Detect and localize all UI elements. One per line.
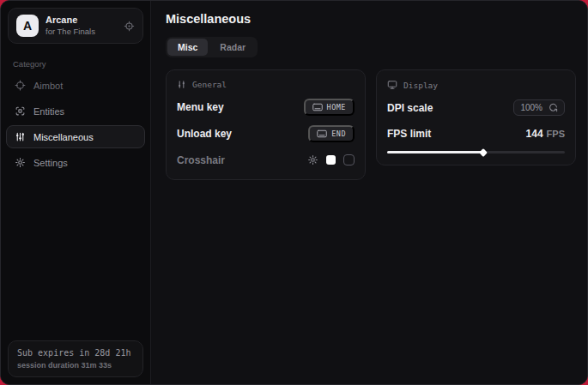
sliders-icon: [15, 131, 26, 142]
dpi-scale-value: 100%: [520, 103, 543, 112]
brand-card: A Arcane for The Finals: [8, 8, 143, 44]
brand-subtitle: for The Finals: [45, 27, 95, 37]
crosshair-color-swatch[interactable]: [326, 155, 336, 165]
fps-limit-slider[interactable]: [387, 151, 565, 153]
app-window: A Arcane for The Finals Category: [0, 0, 588, 385]
tab-misc[interactable]: Misc: [167, 39, 208, 56]
crosshair-row: Crosshair: [177, 152, 355, 168]
dpi-scale-input[interactable]: 100%: [513, 99, 565, 116]
desktop-backdrop: { "colors": { "backdrop_accent": "#c01a3…: [0, 0, 588, 385]
display-card-header: Display: [387, 80, 565, 90]
display-card-title: Display: [403, 81, 438, 90]
general-card-title: General: [192, 80, 227, 89]
settings-cards: General Menu key HOME: [166, 69, 576, 180]
dpi-scale-label: DPI scale: [387, 102, 433, 114]
unload-key-label: Unload key: [177, 128, 232, 140]
sidebar-item-label: Aimbot: [33, 81, 63, 91]
scan-box-icon: [15, 105, 26, 117]
tab-bar: Misc Radar: [166, 37, 258, 57]
monitor-icon: [387, 80, 397, 90]
sidebar: A Arcane for The Finals Category: [1, 1, 151, 384]
fps-limit-unit: FPS: [547, 129, 565, 139]
gear-icon: [15, 157, 26, 168]
fps-limit-row: FPS limit 144 FPS: [387, 125, 565, 141]
general-card: General Menu key HOME: [166, 69, 366, 180]
display-card: Display DPI scale 100%: [376, 69, 576, 165]
keyboard-icon: [317, 129, 327, 138]
unload-key-value: END: [331, 129, 346, 138]
general-card-header: General: [177, 80, 355, 89]
menu-key-label: Menu key: [177, 101, 224, 113]
category-label: Category: [13, 59, 138, 69]
fps-slider-thumb[interactable]: [479, 148, 488, 157]
session-duration-text: session duration 31m 33s: [17, 361, 134, 370]
sidebar-item-label: Entities: [33, 106, 64, 117]
sidebar-item-label: Miscellaneous: [33, 132, 94, 142]
brand-logo: A: [16, 15, 39, 37]
brand-text: Arcane for The Finals: [45, 15, 95, 37]
crosshair-settings-gear-icon[interactable]: [307, 154, 318, 165]
sub-expires-text: Sub expires in 28d 21h: [17, 348, 134, 358]
brand-title: Arcane: [45, 15, 95, 27]
fps-slider-fill: [387, 151, 483, 153]
crosshair-label: Crosshair: [177, 154, 225, 166]
fps-limit-label: FPS limit: [387, 128, 431, 140]
dpi-reset-icon[interactable]: [549, 103, 558, 112]
crosshair-enable-checkbox[interactable]: [343, 154, 355, 165]
sidebar-item-entities[interactable]: Entities: [6, 99, 145, 123]
sidebar-item-miscellaneous[interactable]: Miscellaneous: [6, 125, 145, 148]
dpi-scale-row: DPI scale 100%: [387, 99, 565, 116]
tab-radar[interactable]: Radar: [209, 39, 256, 56]
sidebar-item-label: Settings: [33, 158, 68, 168]
menu-key-row: Menu key HOME: [177, 99, 355, 116]
main-content: Miscellaneous Misc Radar General: [151, 1, 588, 384]
sidebar-item-settings[interactable]: Settings: [6, 151, 145, 174]
sliders-icon: [177, 80, 186, 89]
menu-key-bind-button[interactable]: HOME: [304, 99, 355, 116]
sidebar-nav: Aimbot Entities: [1, 74, 150, 174]
subscription-info-card: Sub expires in 28d 21h session duration …: [8, 340, 143, 377]
unload-key-row: Unload key END: [177, 125, 355, 142]
fps-limit-value: 144: [526, 128, 543, 140]
crosshair-icon: [15, 80, 26, 91]
gear-icon[interactable]: [124, 21, 135, 32]
crosshair-controls: [307, 154, 355, 165]
unload-key-bind-button[interactable]: END: [308, 125, 355, 142]
menu-key-value: HOME: [327, 103, 346, 111]
page-title: Miscellaneous: [166, 12, 576, 26]
sidebar-item-aimbot[interactable]: Aimbot: [6, 74, 145, 97]
fps-limit-readout: 144 FPS: [526, 128, 565, 140]
keyboard-icon: [312, 103, 323, 111]
